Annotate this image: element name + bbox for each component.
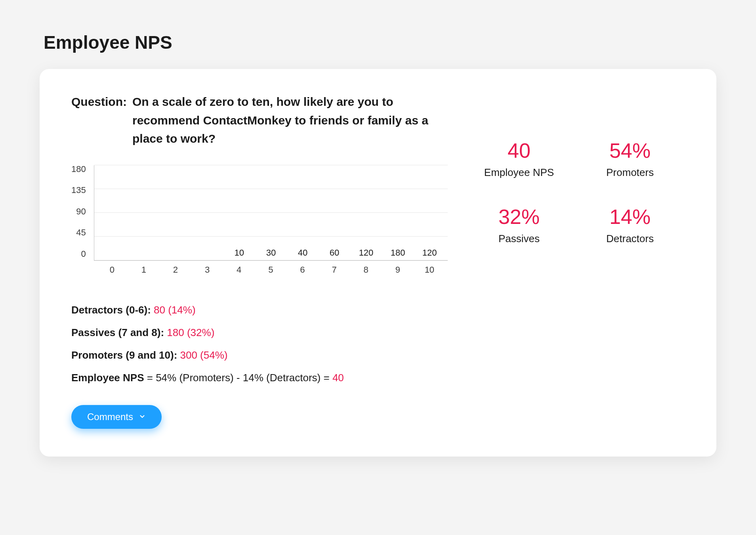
formula-body: = 54% (Promoters) - 14% (Detractors) = [144,372,332,384]
breakdown-promoters: Promoters (9 and 10): 300 (54%) [71,344,448,367]
promoters-value: 300 (54%) [180,349,228,361]
bar-value-label: 60 [330,248,339,258]
x-tick: 6 [286,265,318,275]
breakdown-detractors: Detractors (0-6): 80 (14%) [71,299,448,321]
formula-lead: Employee NPS [71,372,144,384]
x-tick: 9 [382,265,414,275]
x-tick: 8 [350,265,382,275]
kpi-detractors-value: 14% [582,206,678,227]
bar-value-label: 40 [298,248,307,258]
chart-gridline [94,212,448,213]
comments-button-label: Comments [87,411,133,422]
kpi-detractors-label: Detractors [582,233,678,245]
bar-value-label: 10 [235,248,244,258]
bar-column: 120 [414,248,445,260]
kpi-passives-value: 32% [472,206,567,227]
survey-question: Question: On a scale of zero to ten, how… [71,93,448,148]
chart-gridline [94,260,448,260]
comments-button[interactable]: Comments [71,405,162,429]
formula-result: 40 [332,372,344,384]
bar-column: 40 [287,248,319,260]
bar-column: 180 [382,248,414,260]
y-tick: 0 [71,249,86,259]
bar-column [192,248,223,260]
question-text: On a scale of zero to ten, how likely ar… [132,93,448,148]
bar-column: 120 [350,248,382,260]
bar-column [128,248,160,260]
detractors-value: 80 (14%) [154,304,196,316]
bar-column: 30 [255,248,287,260]
kpi-grid: 40 Employee NPS 54% Promoters 32% Passiv… [472,140,678,245]
kpi-promoters: 54% Promoters [582,140,678,179]
kpi-promoters-label: Promoters [582,166,678,179]
x-tick: 10 [414,265,445,275]
bar-value-label: 180 [391,248,405,258]
kpi-passives: 32% Passives [472,206,567,245]
x-tick: 0 [96,265,128,275]
chart-gridline [94,236,448,237]
kpi-employee-nps-value: 40 [472,140,567,161]
chart-x-axis: 012345678910 [94,261,448,275]
question-label: Question: [71,93,127,148]
bar-column: 10 [223,248,255,260]
detractors-label: Detractors (0-6): [71,304,154,316]
passives-label: Passives (7 and 8): [71,327,167,338]
passives-value: 180 (32%) [167,327,214,338]
y-tick: 135 [71,185,86,195]
breakdown-passives: Passives (7 and 8): 180 (32%) [71,321,448,344]
y-tick: 45 [71,227,86,238]
kpi-passives-label: Passives [472,233,567,245]
promoters-label: Promoters (9 and 10): [71,349,180,361]
bar-column [160,248,192,260]
bar-value-label: 30 [266,248,276,258]
nps-card: Question: On a scale of zero to ten, how… [40,69,716,457]
kpi-promoters-value: 54% [582,140,678,161]
x-tick: 3 [191,265,223,275]
bar-column [97,248,128,260]
nps-formula: Employee NPS = 54% (Promoters) - 14% (De… [71,367,448,389]
kpi-detractors: 14% Detractors [582,206,678,245]
x-tick: 4 [223,265,255,275]
y-tick: 180 [71,164,86,174]
page-title: Employee NPS [44,32,716,53]
bar-column: 60 [319,248,350,260]
bar-value-label: 120 [422,248,437,258]
nps-bar-chart: 18013590450 10304060120180120 0123456789… [71,164,448,275]
x-tick: 5 [255,265,286,275]
chart-gridline [94,165,448,165]
x-tick: 2 [160,265,191,275]
x-tick: 1 [128,265,160,275]
kpi-employee-nps: 40 Employee NPS [472,140,567,179]
kpi-employee-nps-label: Employee NPS [472,166,567,179]
chart-gridline [94,189,448,189]
chevron-down-icon [139,411,146,422]
x-tick: 7 [318,265,350,275]
y-tick: 90 [71,206,86,217]
chart-plot-area: 10304060120180120 [94,165,448,261]
bar-value-label: 120 [359,248,374,258]
chart-y-axis: 18013590450 [71,164,90,259]
nps-breakdown: Detractors (0-6): 80 (14%) Passives (7 a… [71,299,448,390]
